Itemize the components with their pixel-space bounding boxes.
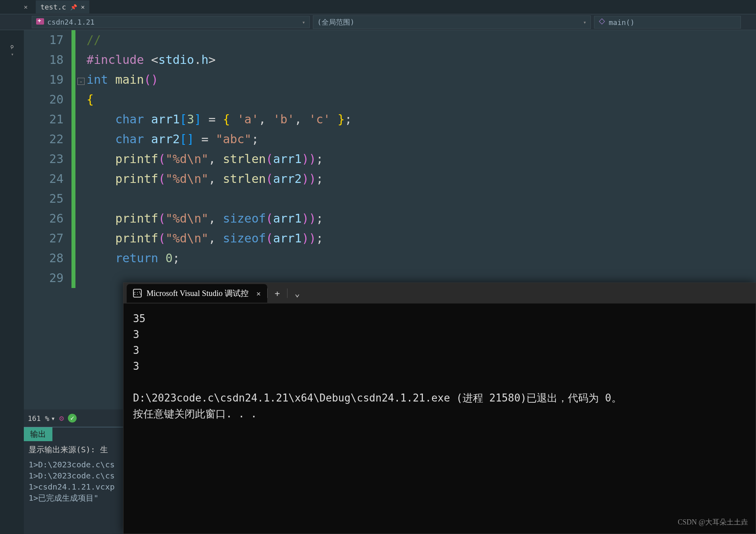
change-indicator	[71, 30, 75, 288]
scope-dropdown[interactable]: (全局范围) ▾	[313, 15, 591, 29]
console-titlebar[interactable]: c:\ Microsoft Visual Studio 调试控 ✕ + ⌄	[123, 283, 756, 303]
code-content[interactable]: //#include <stdio.h>int main(){ char arr…	[87, 30, 756, 288]
code-line[interactable]: printf("%d\n", sizeof(arr1));	[87, 229, 756, 248]
check-icon: ✓	[68, 414, 77, 423]
line-numbers: 17181920212223242526272829	[24, 30, 71, 288]
line-number: 29	[24, 268, 64, 288]
line-number: 20	[24, 90, 64, 109]
chevron-down-icon: ▾	[583, 19, 586, 25]
line-number: 23	[24, 149, 64, 169]
pin-icon[interactable]: 📌	[70, 4, 77, 10]
nav-dropdown-bar: csdn24.1.21 ▾ (全局范围) ▾ main()	[0, 14, 756, 30]
chevron-down-icon: ▾	[51, 414, 55, 423]
close-icon[interactable]: ✕	[256, 289, 261, 298]
project-icon	[36, 18, 44, 25]
code-line[interactable]: printf("%d\n", strlen(arr2));	[87, 169, 756, 189]
output-source-value[interactable]: 生	[100, 444, 108, 455]
chevron-down-icon[interactable]: ▾	[11, 52, 14, 57]
line-number: 21	[24, 109, 64, 129]
line-number: 18	[24, 50, 64, 70]
new-tab-button[interactable]: +	[268, 288, 287, 298]
file-tab-label: test.c	[40, 3, 66, 11]
scope-value: (全局范围)	[317, 17, 355, 27]
code-line[interactable]: printf("%d\n", strlen(arr1));	[87, 149, 756, 169]
terminal-icon: c:\	[133, 289, 142, 298]
cube-icon	[599, 18, 605, 24]
console-tab[interactable]: c:\ Microsoft Visual Studio 调试控 ✕	[127, 284, 267, 303]
project-dropdown[interactable]: csdn24.1.21 ▾	[32, 16, 310, 28]
fold-toggle[interactable]: -	[77, 78, 85, 85]
line-number: 17	[24, 30, 64, 50]
line-number: 26	[24, 209, 64, 229]
output-title[interactable]: 输出	[24, 427, 52, 441]
code-line[interactable]: //	[87, 30, 756, 50]
file-tab[interactable]: test.c 📌 ✕	[36, 0, 90, 13]
symbol-value: main()	[609, 18, 634, 27]
fold-gutter[interactable]: -	[75, 30, 87, 288]
line-number: 25	[24, 189, 64, 209]
output-source-label: 显示输出来源(S):	[29, 444, 95, 455]
code-line[interactable]: int main()	[87, 70, 756, 90]
symbol-dropdown[interactable]: main()	[594, 16, 741, 29]
line-number: 19	[24, 70, 64, 90]
close-tab-icon[interactable]: ✕	[81, 3, 85, 11]
code-line[interactable]: printf("%d\n", sizeof(arr1));	[87, 209, 756, 229]
editor-status-bar: 161 % ▾ ⚙ ✓	[24, 409, 123, 427]
project-name: csdn24.1.21	[47, 18, 94, 26]
line-number: 27	[24, 229, 64, 248]
code-line[interactable]: return 0;	[87, 248, 756, 268]
code-line[interactable]: {	[87, 90, 756, 109]
line-number: 22	[24, 129, 64, 149]
zoom-control[interactable]: 161 % ▾	[28, 414, 55, 423]
line-number: 24	[24, 169, 64, 189]
code-line[interactable]	[87, 189, 756, 209]
intellisense-icon[interactable]: ⚙	[59, 413, 64, 423]
chevron-down-icon[interactable]: ⌄	[287, 288, 307, 298]
console-tab-title: Microsoft Visual Studio 调试控	[147, 288, 249, 299]
watermark: CSDN @大耳朵土土垚	[678, 517, 748, 527]
search-icon[interactable]: ⌕	[8, 42, 16, 52]
code-line[interactable]: char arr1[3] = { 'a', 'b', 'c' };	[87, 109, 756, 129]
line-number: 28	[24, 248, 64, 268]
console-output[interactable]: 35 3 3 3 D:\2023code.c\csdn24.1.21\x64\D…	[123, 303, 756, 429]
zoom-value: 161 %	[28, 414, 49, 423]
chevron-down-icon: ▾	[302, 19, 305, 25]
code-line[interactable]: char arr2[] = "abc";	[87, 129, 756, 149]
close-icon[interactable]: ✕	[24, 3, 28, 11]
file-tabs-bar: ✕ test.c 📌 ✕	[0, 0, 756, 14]
debug-console-window: c:\ Microsoft Visual Studio 调试控 ✕ + ⌄ 35…	[123, 282, 756, 534]
code-line[interactable]: #include <stdio.h>	[87, 50, 756, 70]
left-gutter: ⌕▾	[0, 30, 24, 534]
